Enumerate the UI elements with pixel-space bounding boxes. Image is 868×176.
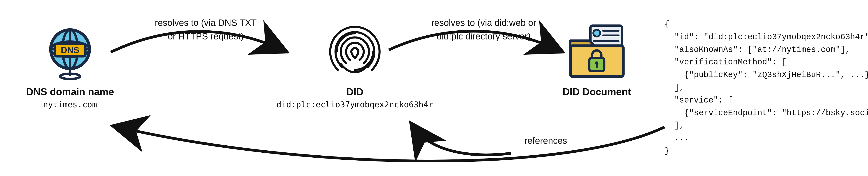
arrow-resolve-did-label: resolves to (via did:web or did:plc dire… [402, 16, 565, 43]
arrow-resolve-dns-line1: resolves to (via DNS TXT [155, 18, 257, 28]
dns-domain-node: DNS DNS domain name nytimes.com [25, 23, 115, 109]
did-subtitle: did:plc:eclio37ymobqex2ncko63h4r [276, 100, 433, 109]
did-document-json: { "id": "did:plc:eclio37ymobqex2ncko63h4… [664, 18, 868, 157]
folder-lock-icon [565, 23, 628, 82]
arrow-resolve-did-line2: did:plc directory server) [437, 31, 531, 41]
dns-subtitle: nytimes.com [43, 100, 97, 109]
arrow-resolve-did-line1: resolves to (via did:web or [431, 18, 536, 28]
dns-title: DNS domain name [26, 86, 114, 98]
globe-dns-icon: DNS [41, 23, 99, 82]
svg-point-10 [593, 30, 600, 37]
did-title: DID [346, 86, 364, 98]
arrow-resolve-dns-line2: or HTTPS request) [168, 31, 244, 41]
svg-text:DNS: DNS [61, 45, 79, 55]
svg-rect-17 [596, 64, 598, 68]
did-document-title: DID Document [562, 86, 631, 98]
arrow-resolve-dns-label: resolves to (via DNS TXT or HTTPS reques… [127, 16, 285, 43]
arrow-references-label: references [524, 134, 567, 147]
fingerprint-icon [326, 23, 384, 82]
